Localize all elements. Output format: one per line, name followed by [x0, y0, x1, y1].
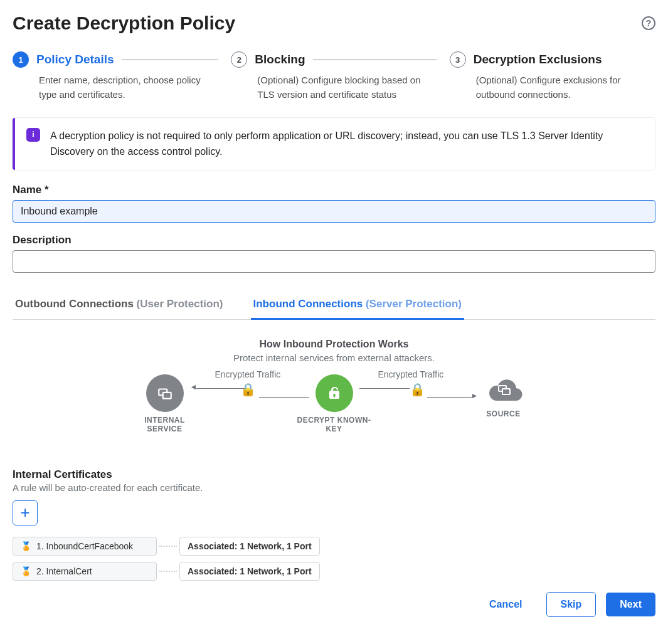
- next-button[interactable]: Next: [606, 593, 655, 616]
- step-1-desc: Enter name, description, choose policy t…: [13, 73, 218, 102]
- description-input[interactable]: [13, 250, 655, 273]
- encrypted-left-label: Encrypted Traffic: [215, 369, 281, 379]
- cancel-button[interactable]: Cancel: [475, 593, 536, 616]
- step-3-title[interactable]: Decryption Exclusions: [474, 53, 602, 66]
- help-icon[interactable]: ?: [642, 16, 655, 30]
- tab-outbound-sublabel: (User Protection): [137, 298, 223, 310]
- how-subtitle: Protect internal services from external …: [13, 352, 655, 363]
- step-1-number: 1: [13, 51, 29, 68]
- svg-rect-1: [162, 393, 171, 399]
- certificate-association[interactable]: Associated: 1 Network, 1 Port: [179, 537, 320, 556]
- certificate-name: 2. InternalCert: [36, 566, 92, 576]
- source-label: SOURCE: [472, 409, 535, 418]
- certificate-badge-icon: 🏅: [21, 541, 31, 551]
- description-label: Description: [13, 234, 655, 246]
- internal-certificates-subtitle: A rule will be auto-created for each cer…: [13, 482, 655, 493]
- step-1-title[interactable]: Policy Details: [36, 53, 114, 66]
- name-label: Name *: [13, 184, 655, 196]
- svg-rect-3: [502, 389, 510, 394]
- certificate-badge-icon: 🏅: [21, 566, 31, 576]
- internal-service-icon: [146, 374, 184, 412]
- info-text: A decryption policy is not required to o…: [50, 128, 644, 160]
- inbound-diagram: Encrypted Traffic Encrypted Traffic INTE…: [134, 374, 535, 443]
- internal-certificates-title: Internal Certificates: [13, 468, 655, 481]
- source-icon: [482, 374, 526, 406]
- certificate-name: 1. InboundCertFacebook: [36, 541, 133, 551]
- internal-service-label: INTERNAL SERVICE: [127, 416, 203, 433]
- encrypted-right-label: Encrypted Traffic: [378, 369, 444, 379]
- add-certificate-button[interactable]: +: [13, 500, 38, 525]
- how-title: How Inbound Protection Works: [13, 339, 655, 350]
- tab-inbound-label: Inbound Connections: [253, 298, 363, 310]
- certificate-association[interactable]: Associated: 1 Network, 1 Port: [179, 562, 320, 581]
- step-2-number: 2: [231, 51, 247, 68]
- tab-inbound-sublabel: (Server Protection): [366, 298, 462, 310]
- step-3-number: 3: [450, 51, 466, 68]
- name-input[interactable]: [13, 200, 655, 223]
- connection-tabs: Outbound Connections (User Protection) I…: [13, 292, 655, 320]
- page-title: Create Decryption Policy: [13, 13, 235, 34]
- certificate-chip[interactable]: 🏅 2. InternalCert: [13, 562, 157, 581]
- certificate-chip[interactable]: 🏅 1. InboundCertFacebook: [13, 537, 157, 556]
- skip-button[interactable]: Skip: [546, 592, 596, 617]
- tab-outbound-label: Outbound Connections: [15, 298, 134, 310]
- certificate-row: 🏅 2. InternalCert Associated: 1 Network,…: [13, 562, 655, 581]
- info-alert: i A decryption policy is not required to…: [13, 118, 655, 170]
- info-icon: i: [26, 128, 40, 142]
- tab-outbound[interactable]: Outbound Connections (User Protection): [13, 292, 226, 319]
- lock-icon-left: 🔒: [240, 382, 256, 397]
- wizard-steps: 1 Policy Details Enter name, description…: [13, 51, 655, 102]
- step-2-desc: (Optional) Configure blocking based on T…: [231, 73, 437, 102]
- tab-inbound[interactable]: Inbound Connections (Server Protection): [251, 292, 464, 320]
- certificate-row: 🏅 1. InboundCertFacebook Associated: 1 N…: [13, 537, 655, 556]
- lock-icon-right: 🔒: [410, 382, 425, 397]
- step-2-title[interactable]: Blocking: [255, 53, 305, 66]
- decrypt-icon: [315, 374, 353, 412]
- step-3-desc: (Optional) Configure exclusions for outb…: [450, 73, 655, 102]
- decrypt-label: DECRYPT KNOWN-KEY: [297, 416, 372, 433]
